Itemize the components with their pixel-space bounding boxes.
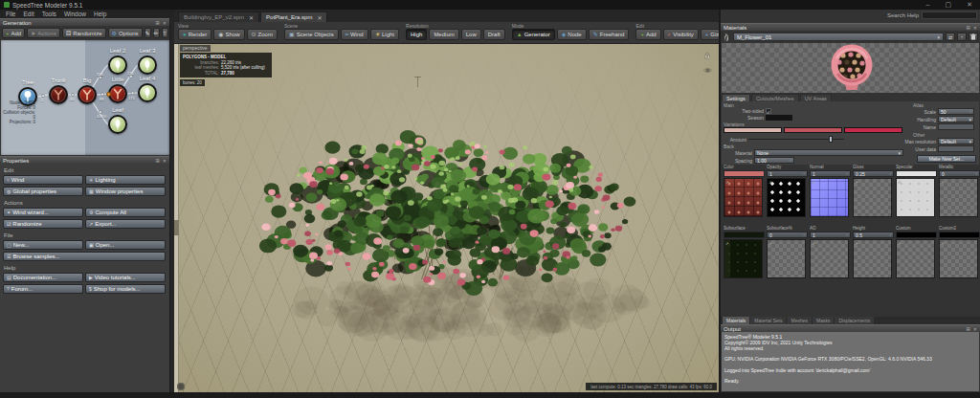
float-panel-icon[interactable]: ⊞: [156, 157, 160, 165]
handling-dropdown[interactable]: Default▾: [938, 116, 974, 122]
browse-samples-button[interactable]: ☰Browse samples...: [3, 252, 166, 261]
height-value-field[interactable]: 0.5↕: [853, 232, 894, 238]
wind-button[interactable]: ≈Wind: [3, 175, 83, 185]
new-button[interactable]: ▢New...: [3, 240, 83, 250]
leaf-node[interactable]: [108, 115, 127, 134]
scrollbar-handle[interactable]: [174, 220, 179, 235]
properties-panel-header[interactable]: Properties ⊞✕: [0, 156, 169, 164]
add-generator-button[interactable]: +Add: [2, 28, 25, 38]
metallic-value-field[interactable]: 0↕: [939, 170, 980, 177]
lighting-button[interactable]: ☀Lighting: [85, 175, 166, 185]
options-button[interactable]: ⚙Options: [108, 28, 143, 38]
show-button[interactable]: ◉Show: [213, 29, 244, 40]
season-swatch[interactable]: [766, 115, 792, 121]
big-branch-node[interactable]: [78, 85, 97, 104]
actions-button[interactable]: ➤Actions: [27, 28, 60, 38]
output-panel-header[interactable]: Output ⊞✕: [721, 324, 980, 332]
color-map-thumbnail[interactable]: ↗: [724, 178, 763, 217]
custom-map-thumbnail[interactable]: ↗: [896, 239, 935, 278]
forum-button[interactable]: ?Forum...: [3, 284, 83, 294]
variation-swatch-3[interactable]: [844, 127, 902, 133]
close-tab-icon[interactable]: ✕: [317, 14, 322, 21]
little-branch-node[interactable]: [108, 84, 127, 103]
opacity-value-field[interactable]: 1↕: [767, 170, 808, 177]
window-properties-button[interactable]: ▦Window properties: [85, 187, 166, 196]
compute-all-button[interactable]: ⚙Compute All: [85, 208, 166, 217]
doc-tab-buildingivy[interactable]: BuildingIvy_EP_v2.spm✕: [178, 11, 259, 22]
subsurface-amount-thumbnail[interactable]: ↗: [767, 239, 806, 278]
leaf4-node[interactable]: [138, 83, 157, 102]
viewport-scrollbar[interactable]: [174, 44, 179, 392]
doc-tab-potplant[interactable]: PotPlant_Era.spm✕: [260, 11, 327, 22]
search-help-input[interactable]: [922, 11, 977, 19]
spinner-icon[interactable]: ↕: [846, 171, 848, 176]
scene-objects-button[interactable]: ▣Scene Objects: [284, 29, 339, 40]
material-preview[interactable]: [722, 43, 979, 93]
render-button[interactable]: ●Render: [178, 29, 212, 40]
float-panel-icon[interactable]: ⊞: [967, 24, 970, 32]
leaf2-node[interactable]: [108, 55, 127, 75]
mode-generator-button[interactable]: ▲Generator: [512, 29, 555, 40]
ao-map-thumbnail[interactable]: ↗: [810, 239, 849, 278]
materials-panel-header[interactable]: Materials ⊞✕: [721, 23, 980, 31]
maximize-button[interactable]: ▢: [946, 0, 952, 10]
mode-node-button[interactable]: ◈Node: [557, 29, 587, 40]
spinner-icon[interactable]: ↕: [889, 232, 891, 237]
edit-visibility-button[interactable]: ◐Visibility: [663, 29, 699, 40]
custom-bar[interactable]: [896, 232, 937, 238]
wind-wizard-button[interactable]: ✦Wind wizard...: [3, 208, 83, 217]
generation-panel-header[interactable]: Generation ⊞✕: [0, 18, 169, 26]
color-bar[interactable]: [724, 170, 765, 177]
spinner-icon[interactable]: ↕: [790, 158, 791, 163]
slider-handle[interactable]: [829, 136, 833, 143]
menu-window[interactable]: Window: [60, 10, 90, 18]
resolution-medium-button[interactable]: Medium: [429, 29, 458, 40]
titlebar[interactable]: SpeedTree Modeler 9.5.1 – ▢ ✕: [0, 0, 980, 10]
scale-field[interactable]: 50↕: [938, 108, 974, 115]
mode-freehand-button[interactable]: ✎Freehand: [589, 29, 630, 40]
tab-settings[interactable]: Settings: [722, 94, 750, 101]
menu-tools[interactable]: Tools: [38, 10, 60, 18]
camera-mode-label[interactable]: perspective: [180, 45, 211, 52]
leaf3-node[interactable]: [138, 55, 157, 75]
menu-help[interactable]: Help: [90, 10, 110, 18]
opacity-map-thumbnail[interactable]: ↗: [767, 178, 806, 217]
new-material-button[interactable]: ↑: [957, 33, 967, 41]
make-new-set-button[interactable]: Make New Set...: [917, 155, 976, 163]
tab-meshes[interactable]: Meshes: [787, 317, 812, 324]
variation-swatch-2[interactable]: [784, 127, 842, 133]
light-button[interactable]: ☀Light: [370, 29, 399, 40]
shop-models-button[interactable]: $Shop for models...: [85, 284, 166, 294]
variation-swatch-1[interactable]: [724, 127, 782, 133]
user-data-input[interactable]: [938, 145, 974, 152]
tab-displacements[interactable]: Displacements: [835, 317, 874, 324]
viewport-corner-icon[interactable]: [177, 383, 185, 390]
spinner-icon[interactable]: ↕: [803, 232, 805, 237]
resolution-low-button[interactable]: Low: [461, 29, 481, 40]
custom2-bar[interactable]: [939, 232, 980, 238]
specular-bar[interactable]: [896, 170, 937, 177]
video-tutorials-button[interactable]: ▶Video tutorials...: [85, 273, 166, 282]
close-panel-icon[interactable]: ✕: [163, 157, 167, 165]
metallic-map-thumbnail[interactable]: ↗: [939, 178, 978, 217]
zoom-button[interactable]: ⊙Zoom: [247, 29, 278, 40]
delete-material-button[interactable]: [969, 33, 978, 41]
export-graph-button[interactable]: ⇧: [162, 28, 168, 38]
spinner-icon[interactable]: ↕: [975, 171, 977, 176]
menu-edit[interactable]: Edit: [19, 10, 37, 18]
material-dropdown[interactable]: M_Flower_01▾: [733, 33, 944, 41]
tab-cutouts-meshes[interactable]: Cutouts/Meshes: [751, 94, 799, 101]
menu-file[interactable]: File: [2, 10, 19, 18]
spinner-icon[interactable]: ↕: [969, 109, 971, 114]
trunk-node[interactable]: [49, 85, 68, 104]
close-panel-icon[interactable]: ✕: [973, 24, 977, 32]
normal-map-thumbnail[interactable]: ↗: [810, 178, 849, 217]
ao-value-field[interactable]: 1↕: [810, 232, 851, 238]
resolution-draft-button[interactable]: Draft: [483, 29, 505, 40]
generator-graph[interactable]: 1 40 550 88 171 171 4,050 Tree Trunk Big…: [1, 40, 169, 155]
tab-material-sets[interactable]: Material Sets: [750, 317, 786, 324]
spinner-icon[interactable]: ↕: [889, 171, 891, 176]
custom2-map-thumbnail[interactable]: ↗: [939, 239, 978, 278]
two-sided-checkbox[interactable]: ✓: [766, 108, 771, 114]
gloss-value-field[interactable]: 0.25↕: [853, 170, 894, 177]
